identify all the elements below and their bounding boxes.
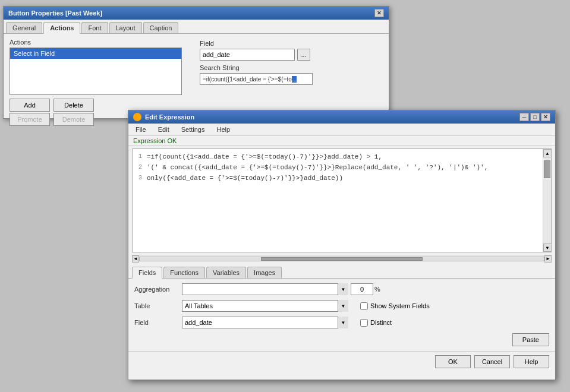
cancel-button[interactable]: Cancel bbox=[474, 355, 510, 368]
distinct-label: Distinct bbox=[370, 319, 392, 326]
scroll-up-arrow[interactable]: ▲ bbox=[543, 149, 552, 157]
search-string-highlighted: ... bbox=[292, 76, 297, 83]
close-button[interactable]: ✕ bbox=[374, 9, 384, 17]
table-label: Table bbox=[134, 302, 182, 309]
button-properties-window: Button Properties [Past Week] ✕ General … bbox=[3, 6, 389, 119]
aggregation-select-wrapper: ▼ bbox=[182, 283, 348, 295]
edit-expression-title: Edit Expression bbox=[145, 113, 194, 121]
line-number-1: 1 bbox=[135, 151, 147, 162]
ok-button[interactable]: OK bbox=[435, 355, 471, 368]
demote-button[interactable]: Demote bbox=[53, 113, 94, 126]
code-line-3: 3 only({<add_date = {'>=$(=today()-7)'}}… bbox=[135, 173, 549, 184]
line-content-1: =if(count({1<add_date = {'>=$(=today()-7… bbox=[147, 151, 382, 162]
table-select-wrapper: All Tables ▼ bbox=[182, 300, 348, 312]
scroll-left-arrow[interactable]: ◄ bbox=[132, 255, 139, 263]
search-string-text: =if(count({1<add_date = {'>=$(=to bbox=[203, 76, 292, 83]
show-system-fields-checkbox[interactable] bbox=[360, 302, 368, 310]
table-row: Table All Tables ▼ Show System Fields bbox=[134, 300, 549, 312]
tab-caption[interactable]: Caption bbox=[143, 22, 179, 33]
search-string-label: Search String bbox=[200, 64, 313, 71]
dialog-buttons: OK Cancel Help bbox=[128, 351, 555, 372]
add-button[interactable]: Add bbox=[10, 99, 50, 112]
tab-bar: General Actions Font Layout Caption bbox=[4, 20, 389, 34]
show-system-fields-label: Show System Fields bbox=[370, 302, 430, 309]
line-content-3: only({<add_date = {'>=$(=today()-7)'}}>}… bbox=[147, 173, 343, 184]
minimize-button[interactable]: ─ bbox=[519, 113, 529, 121]
editor-inner: 1 =if(count({1<add_date = {'>=$(=today()… bbox=[133, 149, 551, 252]
promote-button[interactable]: Promote bbox=[10, 113, 50, 126]
line-number-3: 3 bbox=[135, 173, 147, 184]
edit-expr-titlebar-buttons: ─ □ ✕ bbox=[519, 113, 550, 121]
tab-actions[interactable]: Actions bbox=[43, 22, 80, 34]
field-input[interactable] bbox=[200, 49, 295, 61]
menu-settings[interactable]: Settings bbox=[177, 125, 210, 134]
bottom-tab-bar: Fields Functions Variables Images bbox=[128, 264, 555, 279]
actions-label: Actions bbox=[10, 39, 182, 46]
code-line-2: 2 '(' & concat({<add_date = {'>=$(=today… bbox=[135, 162, 549, 173]
button-properties-title: Button Properties [Past Week] bbox=[8, 10, 102, 17]
field-select-wrapper: add_date ▼ bbox=[182, 317, 348, 328]
show-system-fields-container: Show System Fields bbox=[360, 302, 430, 310]
tab-general[interactable]: General bbox=[6, 22, 42, 33]
tab-variables[interactable]: Variables bbox=[206, 267, 246, 278]
hscroll-thumb[interactable] bbox=[261, 257, 423, 261]
scroll-track[interactable] bbox=[543, 157, 551, 244]
tab-images[interactable]: Images bbox=[247, 267, 282, 278]
distinct-container: Distinct bbox=[360, 319, 392, 327]
expression-menubar: File Edit Settings Help bbox=[128, 124, 555, 136]
expression-icon bbox=[133, 113, 141, 121]
edit-expression-titlebar: Edit Expression ─ □ ✕ bbox=[128, 110, 555, 124]
menu-help[interactable]: Help bbox=[212, 125, 235, 134]
menu-edit[interactable]: Edit bbox=[153, 125, 174, 134]
code-line-1: 1 =if(count({1<add_date = {'>=$(=today()… bbox=[135, 151, 549, 162]
field-row: Field add_date ▼ Distinct bbox=[134, 317, 549, 328]
browse-button[interactable]: ... bbox=[297, 49, 310, 61]
field-select[interactable]: add_date bbox=[182, 317, 348, 328]
editor-hscrollbar[interactable]: ◄ ► bbox=[132, 255, 552, 262]
expr-close-button[interactable]: ✕ bbox=[541, 113, 550, 121]
button-properties-titlebar: Button Properties [Past Week] ✕ bbox=[4, 7, 389, 20]
fields-label: Field bbox=[134, 319, 182, 326]
tab-font[interactable]: Font bbox=[81, 22, 108, 33]
percent-symbol: % bbox=[374, 286, 380, 293]
tab-layout[interactable]: Layout bbox=[109, 22, 142, 33]
expression-editor[interactable]: 1 =if(count({1<add_date = {'>=$(=today()… bbox=[132, 148, 552, 252]
scroll-right-arrow[interactable]: ► bbox=[544, 255, 552, 263]
hscroll-track[interactable] bbox=[139, 257, 544, 261]
scroll-down-arrow[interactable]: ▼ bbox=[543, 244, 552, 252]
percent-input[interactable] bbox=[351, 283, 373, 295]
maximize-button[interactable]: □ bbox=[530, 113, 540, 121]
delete-button[interactable]: Delete bbox=[53, 99, 94, 112]
bottom-content: Aggregation ▼ % Table All Tables ▼ Show bbox=[128, 279, 555, 351]
distinct-checkbox[interactable] bbox=[360, 319, 368, 327]
tab-fields[interactable]: Fields bbox=[132, 267, 162, 279]
tab-functions[interactable]: Functions bbox=[163, 267, 205, 278]
action-item[interactable]: Select in Field bbox=[10, 48, 181, 59]
aggregation-select[interactable] bbox=[182, 283, 348, 295]
help-dialog-button[interactable]: Help bbox=[514, 355, 549, 368]
aggregation-row: Aggregation ▼ % bbox=[134, 283, 549, 295]
actions-list[interactable]: Select in Field bbox=[10, 48, 182, 95]
expression-status: Expression OK bbox=[128, 136, 555, 146]
line-number-2: 2 bbox=[135, 162, 147, 173]
scroll-thumb[interactable] bbox=[544, 160, 550, 178]
edit-expression-window: Edit Expression ─ □ ✕ File Edit Settings… bbox=[128, 110, 556, 380]
editor-vscrollbar[interactable]: ▲ ▼ bbox=[543, 149, 551, 252]
titlebar-buttons: ✕ bbox=[374, 9, 384, 17]
aggregation-label: Aggregation bbox=[134, 286, 182, 293]
paste-button[interactable]: Paste bbox=[512, 333, 549, 346]
field-label: Field bbox=[200, 40, 313, 47]
search-string-input[interactable]: =if(count({1<add_date = {'>=$(=to... bbox=[200, 73, 313, 85]
paste-row: Paste bbox=[134, 333, 549, 346]
line-content-2: '(' & concat({<add_date = {'>=$(=today()… bbox=[147, 162, 488, 173]
table-select[interactable]: All Tables bbox=[182, 300, 348, 312]
menu-file[interactable]: File bbox=[131, 125, 151, 134]
